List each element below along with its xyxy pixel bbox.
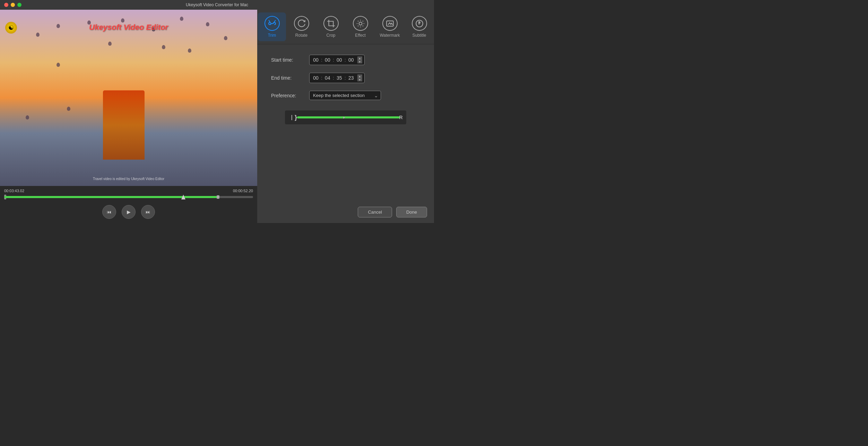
end-spin-up[interactable]: ▲ bbox=[357, 74, 362, 78]
crop-icon bbox=[323, 16, 339, 31]
bottom-buttons: Cancel Done bbox=[257, 203, 434, 223]
trim-label: Trim bbox=[268, 33, 276, 38]
toolbar-item-watermark[interactable]: Watermark bbox=[376, 12, 404, 41]
start-time-spinner[interactable]: ▲ ▼ bbox=[357, 56, 362, 63]
timeline-markers: | } ▸ R bbox=[285, 110, 406, 124]
close-button[interactable] bbox=[4, 3, 8, 7]
app-title: Ukeysoft Video Converter for Mac bbox=[186, 2, 248, 7]
subtitle-icon bbox=[412, 16, 427, 31]
done-button[interactable]: Done bbox=[396, 207, 427, 217]
subtitle-label: Subtitle bbox=[412, 33, 426, 38]
svg-point-3 bbox=[359, 22, 362, 25]
time-current: 00:03:43.02 bbox=[4, 189, 24, 193]
rotate-icon bbox=[294, 16, 309, 31]
marker-bracket: } bbox=[295, 114, 297, 121]
end-ms[interactable]: 23 bbox=[347, 75, 355, 81]
preference-select-wrapper[interactable]: Keep the selected section Remove the sel… bbox=[309, 91, 381, 100]
toolbar-item-rotate[interactable]: Rotate bbox=[287, 12, 315, 41]
end-sec[interactable]: 35 bbox=[335, 75, 344, 81]
minimize-button[interactable] bbox=[11, 3, 15, 7]
balloon bbox=[57, 24, 60, 28]
balloon bbox=[206, 22, 209, 26]
end-time-row: End time: 00 : 04 : 35 : 23 ▲ ▼ bbox=[271, 73, 420, 83]
end-spin-down[interactable]: ▼ bbox=[357, 78, 362, 81]
start-time-label: Start time: bbox=[271, 57, 309, 63]
time-total: 00:00:52.20 bbox=[233, 189, 253, 193]
main-content: ☯ Ukeysoft Video Editor Travel video is … bbox=[0, 10, 434, 223]
balloon bbox=[224, 36, 227, 40]
preference-select[interactable]: Keep the selected section Remove the sel… bbox=[309, 91, 381, 100]
watermark-icon bbox=[382, 16, 398, 31]
crop-label: Crop bbox=[326, 33, 335, 38]
end-time-spinner[interactable]: ▲ ▼ bbox=[357, 74, 362, 81]
prev-button[interactable]: ⏮ bbox=[102, 205, 116, 219]
next-icon: ⏭ bbox=[146, 209, 150, 215]
balloon bbox=[162, 45, 165, 49]
play-button[interactable]: ▶ bbox=[122, 205, 136, 219]
titlebar-buttons bbox=[4, 3, 21, 7]
cancel-button[interactable]: Cancel bbox=[358, 207, 392, 217]
effect-label: Effect bbox=[355, 33, 365, 38]
toolbar-item-effect[interactable]: Effect bbox=[346, 12, 374, 41]
balloon bbox=[57, 63, 60, 67]
titlebar: Ukeysoft Video Converter for Mac bbox=[0, 0, 434, 10]
video-overlay-title: Ukeysoft Video Editor bbox=[89, 23, 168, 32]
start-spin-up[interactable]: ▲ bbox=[357, 56, 362, 60]
right-panel: Trim Rotate bbox=[257, 10, 434, 223]
progress-handle-right[interactable] bbox=[217, 195, 219, 199]
maximize-button[interactable] bbox=[17, 3, 21, 7]
start-time-row: Start time: 00 : 00 : 00 : 00 ▲ ▼ bbox=[271, 55, 420, 65]
marker-play: ▸ bbox=[343, 115, 345, 120]
video-area: ☯ Ukeysoft Video Editor Travel video is … bbox=[0, 10, 257, 186]
progress-track[interactable] bbox=[4, 194, 253, 200]
preference-label: Preference: bbox=[271, 93, 309, 98]
prev-icon: ⏮ bbox=[107, 209, 112, 215]
start-time-input[interactable]: 00 : 00 : 00 : 00 ▲ ▼ bbox=[309, 55, 365, 65]
progress-bg bbox=[4, 196, 253, 198]
timeline-bar bbox=[297, 116, 400, 118]
trim-icon bbox=[264, 16, 280, 31]
balloon bbox=[36, 33, 40, 37]
start-ms[interactable]: 00 bbox=[347, 57, 355, 63]
video-panel: ☯ Ukeysoft Video Editor Travel video is … bbox=[0, 10, 257, 223]
end-time-input[interactable]: 00 : 04 : 35 : 23 ▲ ▼ bbox=[309, 73, 365, 83]
marker-left: | bbox=[291, 114, 293, 121]
start-hour[interactable]: 00 bbox=[312, 57, 320, 63]
toolbar-item-subtitle[interactable]: Subtitle bbox=[405, 12, 433, 41]
end-min[interactable]: 04 bbox=[323, 75, 332, 81]
effect-icon bbox=[353, 16, 368, 31]
start-spin-down[interactable]: ▼ bbox=[357, 60, 362, 63]
marker-right: R bbox=[399, 115, 402, 120]
balloon bbox=[121, 18, 124, 23]
balloon bbox=[108, 42, 112, 46]
balloon bbox=[180, 17, 183, 21]
start-min[interactable]: 00 bbox=[323, 57, 332, 63]
progress-fill bbox=[4, 196, 218, 198]
logo-symbol: ☯ bbox=[8, 24, 14, 32]
video-logo: ☯ bbox=[5, 22, 17, 34]
preference-row: Preference: Keep the selected section Re… bbox=[271, 91, 420, 100]
start-sec[interactable]: 00 bbox=[335, 57, 344, 63]
toolbar-item-trim[interactable]: Trim bbox=[258, 12, 286, 41]
balloon bbox=[188, 48, 191, 53]
toolbar-item-crop[interactable]: Crop bbox=[317, 12, 345, 41]
trim-settings: Start time: 00 : 00 : 00 : 00 ▲ ▼ En bbox=[257, 44, 434, 203]
play-icon: ▶ bbox=[127, 209, 131, 215]
rotate-label: Rotate bbox=[295, 33, 307, 38]
next-button[interactable]: ⏭ bbox=[141, 205, 155, 219]
controls-area: ⏮ ▶ ⏭ bbox=[0, 202, 257, 223]
watermark-label: Watermark bbox=[380, 33, 400, 38]
progress-area: 00:03:43.02 00:00:52.20 bbox=[0, 186, 257, 202]
video-subtitle: Travel video is edited by Ukeysoft Video… bbox=[93, 177, 164, 181]
toolbar: Trim Rotate bbox=[257, 10, 434, 44]
end-hour[interactable]: 00 bbox=[312, 75, 320, 81]
time-labels: 00:03:43.02 00:00:52.20 bbox=[0, 189, 257, 193]
end-time-label: End time: bbox=[271, 75, 309, 81]
